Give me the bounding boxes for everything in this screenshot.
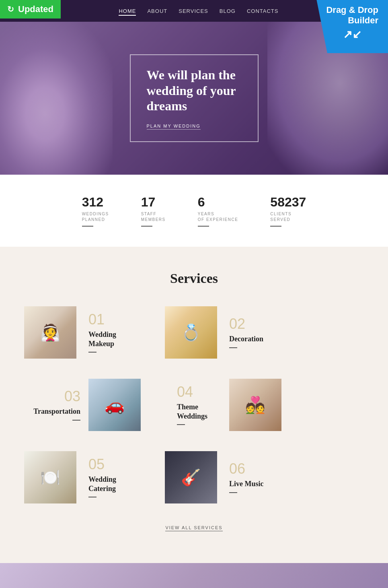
service-img-theme: 💑 (229, 379, 281, 431)
service-name-theme: ThemeWeddings (177, 402, 221, 421)
service-info-catering: 05 WeddingCatering (76, 457, 141, 498)
service-item-music: 🎸 06 Live Music (165, 451, 281, 503)
hero-content: We will plan the wedding of your dreams … (130, 54, 259, 142)
service-info-decoration: 02 Decoration (217, 317, 281, 348)
service-item-makeup: 👰 01 WeddingMakeup (24, 306, 141, 359)
updated-label: Updated (18, 4, 53, 14)
service-item-catering: 🍽️ 05 WeddingCatering (24, 451, 141, 503)
service-number-theme: 04 (177, 385, 221, 399)
service-img-music: 🎸 (165, 451, 217, 503)
stat-number-clients: 58237 (270, 195, 306, 210)
drag-drop-badge: Drag & Drop Builder ↗↙ (316, 0, 388, 53)
service-name-music: Live Music (229, 479, 269, 489)
service-number-catering: 05 (88, 457, 129, 472)
stat-years-experience: 6 YEARSOF EXPERIENCE (198, 195, 238, 227)
service-line-transportation (72, 420, 80, 421)
service-item-transportation: 03 Transportation 🚗 (24, 379, 141, 431)
nav-item-home[interactable]: Home (119, 7, 136, 14)
stat-clients-served: 58237 CLIENTSSERVED (270, 195, 306, 227)
service-info-theme: 04 ThemeWeddings (165, 385, 229, 425)
services-row-1: 👰 01 WeddingMakeup 💍 02 Decoration (24, 306, 364, 359)
services-row-2: 03 Transportation 🚗 04 ThemeWeddings 💑 (24, 379, 364, 431)
nav-item-contacts[interactable]: Contacts (247, 7, 279, 14)
arrows-icon: ↗↙ (326, 28, 378, 41)
stat-label-years: YEARSOF EXPERIENCE (198, 211, 238, 223)
service-info-makeup: 01 WeddingMakeup (76, 312, 141, 353)
hero-title: We will plan the wedding of your dreams (147, 67, 242, 113)
service-info-transportation: 03 Transportation (24, 389, 88, 420)
stat-line-weddings (82, 226, 93, 227)
service-item-decoration: 💍 02 Decoration (165, 306, 281, 359)
service-name-makeup: WeddingMakeup (88, 330, 129, 349)
service-img-makeup: 👰 (24, 306, 76, 359)
service-img-transportation: 🚗 (88, 379, 141, 431)
stat-line-clients (270, 226, 281, 227)
service-name-catering: WeddingCatering (88, 475, 129, 494)
nav-item-about[interactable]: About (147, 7, 167, 14)
stats-section: 312 WEDDINGSPLANNED 17 STAFFMEMBERS 6 YE… (0, 175, 388, 247)
nav-links: Home About Services Blog Contacts (119, 7, 278, 14)
services-section: Services 👰 01 WeddingMakeup 💍 02 Decorat… (0, 247, 388, 563)
stat-label-staff: STAFFMEMBERS (141, 211, 166, 223)
service-line-music (229, 492, 237, 493)
nav-item-blog[interactable]: Blog (220, 7, 236, 14)
hero-cta-button[interactable]: PLAN MY WEDDING (147, 124, 201, 130)
stat-number-years: 6 (198, 195, 238, 210)
service-name-decoration: Decoration (229, 334, 269, 344)
service-line-catering (88, 497, 96, 497)
stat-number-staff: 17 (141, 195, 166, 210)
stat-weddings-planned: 312 WEDDINGSPLANNED (82, 195, 109, 227)
view-all-services-link[interactable]: VIEW ALL SERVICES (165, 525, 222, 531)
stat-line-years (198, 226, 209, 227)
service-number-decoration: 02 (229, 317, 269, 331)
drag-drop-line2: Builder (348, 15, 378, 25)
service-line-makeup (88, 352, 96, 353)
service-img-catering: 🍽️ (24, 451, 76, 503)
service-info-music: 06 Live Music (217, 462, 281, 493)
stat-label-weddings: WEDDINGSPLANNED (82, 211, 109, 223)
stat-line-staff (141, 226, 152, 227)
service-name-transportation: Transportation (28, 407, 80, 416)
updated-badge: ↻ Updated (0, 0, 61, 19)
nav-item-services[interactable]: Services (179, 7, 208, 14)
service-item-theme: 04 ThemeWeddings 💑 (165, 379, 281, 431)
drag-drop-line1: Drag & Drop (326, 5, 378, 15)
service-number-transportation: 03 (28, 389, 80, 404)
footer-preview (0, 563, 388, 588)
service-line-theme (177, 424, 185, 425)
service-img-decoration: 💍 (165, 306, 217, 359)
service-line-decoration (229, 347, 237, 348)
stat-label-clients: CLIENTSSERVED (270, 211, 306, 223)
services-title: Services (24, 271, 364, 286)
service-number-music: 06 (229, 462, 269, 476)
stat-staff-members: 17 STAFFMEMBERS (141, 195, 166, 227)
services-row-3: 🍽️ 05 WeddingCatering 🎸 06 Live Music (24, 451, 364, 503)
hero-flowers-left (0, 22, 113, 175)
refresh-icon: ↻ (7, 4, 14, 14)
view-all-wrap: VIEW ALL SERVICES (24, 516, 364, 547)
stat-number-weddings: 312 (82, 195, 109, 210)
service-number-makeup: 01 (88, 312, 129, 327)
